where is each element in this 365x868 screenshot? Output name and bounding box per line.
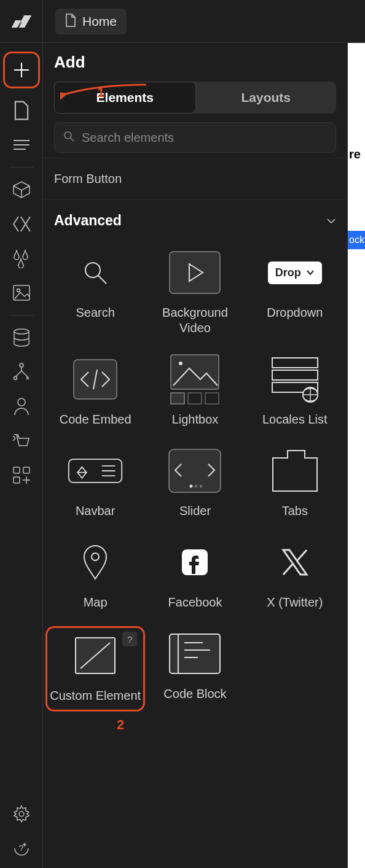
code-icon xyxy=(68,355,123,403)
search-placeholder: Search elements xyxy=(82,131,174,145)
search-icon xyxy=(63,131,74,145)
canvas-peek: re ock xyxy=(348,43,365,868)
cms-button[interactable] xyxy=(6,322,37,354)
element-label: Custom Element xyxy=(50,688,141,703)
section-form-button[interactable]: Form Button xyxy=(43,158,347,200)
element-search[interactable]: Search xyxy=(45,245,145,339)
tab-layouts[interactable]: Layouts xyxy=(196,82,337,114)
svg-point-4 xyxy=(14,377,17,380)
svg-point-9 xyxy=(19,812,24,816)
svg-rect-21 xyxy=(272,370,318,380)
section-title: Advanced xyxy=(54,212,122,229)
element-label: X (Twitter) xyxy=(267,595,323,610)
variables-button[interactable] xyxy=(6,208,37,240)
lightbox-icon xyxy=(167,355,222,403)
breadcrumb-page[interactable]: Home xyxy=(55,9,127,34)
element-locales-list[interactable]: Locales List xyxy=(245,352,345,431)
element-label: Code Block xyxy=(163,686,226,702)
element-label: Tabs xyxy=(282,503,308,519)
element-lightbox[interactable]: Lightbox xyxy=(145,352,245,431)
svg-point-28 xyxy=(200,485,203,488)
svg-rect-17 xyxy=(171,393,184,404)
page-icon xyxy=(65,14,76,29)
map-pin-icon xyxy=(68,538,123,586)
svg-point-29 xyxy=(92,553,99,560)
element-label: Slider xyxy=(179,503,211,519)
svg-rect-18 xyxy=(188,393,202,404)
users-button[interactable] xyxy=(6,390,37,422)
element-tabs[interactable]: Tabs xyxy=(245,443,345,522)
help-badge[interactable]: ? xyxy=(122,632,137,646)
element-label: Navbar xyxy=(76,503,115,519)
svg-point-11 xyxy=(65,132,71,139)
locales-icon xyxy=(267,355,323,403)
svg-point-2 xyxy=(14,329,29,334)
video-icon xyxy=(167,249,222,296)
element-label: Dropdown xyxy=(267,305,323,320)
svg-point-27 xyxy=(195,485,198,488)
element-facebook[interactable]: Facebook xyxy=(145,535,245,614)
dropdown-pill-label: Drop xyxy=(275,266,301,279)
search-elements-input[interactable]: Search elements xyxy=(54,122,336,153)
element-label: Locales List xyxy=(262,412,328,427)
code-block-icon xyxy=(167,630,222,678)
svg-point-3 xyxy=(20,363,23,367)
style-selectors-button[interactable] xyxy=(6,242,37,274)
webflow-logo[interactable] xyxy=(0,0,43,43)
help-button[interactable]: ? xyxy=(6,832,37,864)
tabs-icon xyxy=(267,447,323,495)
element-label: Background Video xyxy=(147,305,242,336)
svg-rect-15 xyxy=(171,355,219,389)
svg-rect-6 xyxy=(14,467,20,473)
add-elements-button[interactable] xyxy=(3,52,40,88)
slider-icon xyxy=(167,447,222,495)
svg-point-5 xyxy=(18,398,25,406)
svg-point-16 xyxy=(179,362,182,365)
element-twitter[interactable]: X (Twitter) xyxy=(245,535,345,614)
chevron-down-icon xyxy=(306,269,315,276)
svg-rect-19 xyxy=(205,393,219,404)
custom-element-icon xyxy=(68,632,123,680)
search-icon xyxy=(68,249,123,296)
navigator-button[interactable] xyxy=(6,129,37,161)
add-panel: Add Elements Layouts Search elements For… xyxy=(43,43,348,868)
element-code-block[interactable]: Code Block xyxy=(145,626,245,711)
section-advanced-header[interactable]: Advanced xyxy=(43,200,347,235)
x-twitter-icon xyxy=(267,538,323,586)
dropdown-pill: Drop xyxy=(268,262,322,284)
element-map[interactable]: Map xyxy=(45,535,145,614)
element-navbar[interactable]: Navbar xyxy=(45,443,145,522)
peek-text: re xyxy=(349,147,361,161)
element-slider[interactable]: Slider xyxy=(145,443,245,522)
element-code-embed[interactable]: Code Embed xyxy=(45,352,145,431)
peek-chip: ock xyxy=(348,231,365,249)
assets-button[interactable] xyxy=(6,277,37,309)
facebook-icon xyxy=(167,538,222,586)
svg-rect-32 xyxy=(170,634,220,673)
element-dropdown[interactable]: Drop Dropdown xyxy=(245,245,345,339)
pages-button[interactable] xyxy=(6,95,37,126)
svg-rect-20 xyxy=(272,358,318,368)
svg-rect-7 xyxy=(23,467,29,473)
svg-point-12 xyxy=(85,263,100,277)
element-label: Map xyxy=(84,595,108,610)
element-custom-element[interactable]: ? Custom Element xyxy=(45,626,145,711)
element-label: Lightbox xyxy=(172,412,219,427)
empty-cell xyxy=(245,626,345,711)
chevron-down-icon xyxy=(326,215,336,227)
settings-button[interactable] xyxy=(6,798,37,830)
navbar-icon xyxy=(68,447,123,495)
svg-rect-13 xyxy=(170,252,220,293)
element-label: Search xyxy=(76,305,114,320)
logic-button[interactable] xyxy=(6,356,37,388)
apps-button[interactable] xyxy=(6,459,37,491)
left-rail: ? xyxy=(0,43,43,868)
panel-title: Add xyxy=(54,53,336,72)
svg-point-26 xyxy=(190,485,193,488)
tab-elements[interactable]: Elements xyxy=(54,82,196,114)
components-button[interactable] xyxy=(6,174,37,206)
breadcrumb-label: Home xyxy=(82,14,117,29)
ecommerce-button[interactable] xyxy=(6,425,37,457)
svg-rect-8 xyxy=(14,477,20,483)
element-background-video[interactable]: Background Video xyxy=(145,245,245,339)
